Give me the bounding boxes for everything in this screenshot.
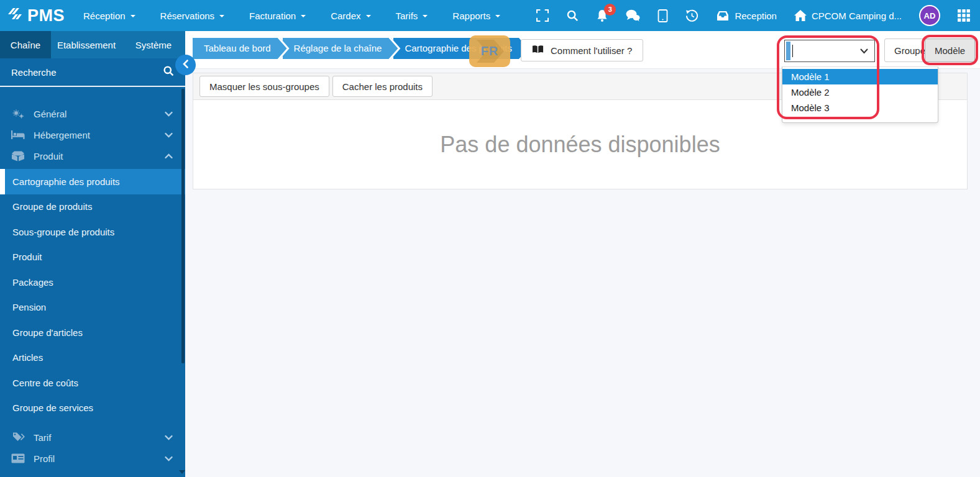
chevron-down-icon bbox=[423, 15, 428, 17]
pms-logo[interactable]: PMS bbox=[0, 6, 75, 25]
how-to-use-button[interactable]: Comment l'utiliser ? bbox=[521, 39, 643, 61]
menu-facturation[interactable]: Facturation bbox=[249, 11, 306, 21]
menu-rapports[interactable]: Rapports bbox=[452, 11, 500, 21]
sidebar-item-pension[interactable]: Pension bbox=[0, 295, 185, 320]
sidebar-group-label: Hébergement bbox=[34, 130, 90, 140]
menu-tarifs[interactable]: Tarifs bbox=[396, 11, 428, 21]
scrollbar-down-arrow[interactable] bbox=[179, 470, 185, 474]
sidebar-bottom-groups: Tarif Profil bbox=[0, 427, 185, 477]
search-icon[interactable] bbox=[163, 65, 174, 79]
notifications-button[interactable]: 3 bbox=[587, 9, 617, 22]
history-icon bbox=[685, 9, 698, 22]
search-icon bbox=[566, 9, 579, 22]
sidebar-item-articles[interactable]: Articles bbox=[0, 345, 185, 371]
sidebar-item-produit[interactable]: Produit bbox=[0, 245, 185, 270]
search-button[interactable] bbox=[557, 9, 587, 22]
select-focus-strip bbox=[786, 42, 790, 60]
menu-reception[interactable]: Réception bbox=[83, 11, 135, 21]
sidebar-item-cartographie-des-produits[interactable]: Cartographie des produits bbox=[0, 169, 185, 194]
tags-icon bbox=[11, 432, 26, 443]
property-selector[interactable]: CPCOM Camping d... bbox=[785, 10, 910, 21]
sidebar-scrollbar[interactable] bbox=[181, 89, 185, 363]
main-content: Tableau de bord Réglage de la chaîne Car… bbox=[185, 31, 980, 477]
language-badge[interactable]: FR bbox=[469, 35, 510, 67]
sidebar-group-tarif[interactable]: Tarif bbox=[0, 427, 185, 448]
option-modele-2[interactable]: Modèle 2 bbox=[782, 84, 938, 100]
mobile-device-button[interactable] bbox=[649, 9, 677, 22]
sidebar-group-label: Tarif bbox=[34, 432, 51, 443]
navbar-actions: 3 Reception CPCOM Camping d... AD bbox=[528, 5, 980, 26]
property-label: CPCOM Camping d... bbox=[812, 11, 902, 21]
chevron-left-icon bbox=[183, 60, 188, 71]
search-input[interactable] bbox=[11, 67, 163, 78]
chevron-down-icon bbox=[165, 111, 173, 117]
chevron-down-icon bbox=[219, 15, 224, 17]
sidebar-item-groupe-d-articles[interactable]: Groupe d'articles bbox=[0, 320, 185, 345]
sidebar-item-packages[interactable]: Packages bbox=[0, 270, 185, 295]
model-select-dropdown: Modèle 1 Modèle 2 Modèle 3 bbox=[782, 66, 938, 123]
apps-grid-icon bbox=[958, 9, 970, 22]
sidebar-collapse-button[interactable] bbox=[175, 55, 196, 75]
settings-sidebar: Chaîne Etablissement Système Général Héb… bbox=[0, 31, 185, 477]
sidebar-group-produit[interactable]: Produit bbox=[0, 145, 185, 166]
sidebar-group-profil[interactable]: Profil bbox=[0, 448, 185, 469]
produit-submenu: Cartographie des produits Groupe de prod… bbox=[0, 169, 185, 420]
chevron-down-icon bbox=[301, 15, 306, 17]
chevron-down-icon bbox=[366, 15, 371, 17]
chevron-down-icon bbox=[165, 435, 173, 440]
fullscreen-button[interactable] bbox=[528, 9, 557, 22]
option-modele-1[interactable]: Modèle 1 bbox=[782, 69, 938, 84]
tablet-icon bbox=[657, 9, 668, 22]
sidebar-menu: Général Hébergement Produit Cartographie… bbox=[0, 87, 185, 477]
tab-chaine[interactable]: Chaîne bbox=[0, 31, 51, 58]
apps-launcher-button[interactable] bbox=[949, 9, 980, 22]
option-modele-3[interactable]: Modèle 3 bbox=[782, 100, 938, 116]
gears-icon bbox=[11, 108, 26, 119]
user-menu[interactable]: AD bbox=[910, 5, 949, 26]
sidebar-search bbox=[0, 58, 185, 87]
menu-reservations[interactable]: Réservations bbox=[160, 11, 225, 21]
menu-cardex[interactable]: Cardex bbox=[331, 11, 370, 21]
chevron-down-icon bbox=[860, 48, 868, 54]
sidebar-item-centre-de-couts[interactable]: Centre de coûts bbox=[0, 370, 185, 396]
product-box-icon bbox=[11, 151, 26, 161]
brand-name: PMS bbox=[27, 6, 65, 25]
sidebar-item-groupe-de-services[interactable]: Groupe de services bbox=[0, 396, 185, 421]
hide-subgroups-button[interactable]: Masquer les sous-groupes bbox=[199, 76, 329, 97]
sidebar-group-label: Produit bbox=[34, 151, 63, 161]
reception-label: Reception bbox=[735, 11, 777, 21]
main-menu: Réception Réservations Facturation Carde… bbox=[83, 11, 500, 21]
id-card-icon bbox=[11, 453, 26, 463]
hide-products-button[interactable]: Cacher les produits bbox=[332, 76, 433, 97]
bed-icon bbox=[11, 130, 26, 140]
inbox-icon bbox=[716, 11, 730, 21]
tab-etablissement[interactable]: Etablissement bbox=[51, 31, 122, 58]
sidebar-group-label: Général bbox=[34, 109, 66, 119]
chevron-up-icon bbox=[165, 153, 173, 159]
reception-shortcut[interactable]: Reception bbox=[707, 11, 785, 21]
sidebar-tabs: Chaîne Etablissement Système bbox=[0, 31, 185, 58]
sidebar-item-sous-groupe-de-produits[interactable]: Sous-groupe de produits bbox=[0, 219, 185, 245]
breadcrumb-tableau-de-bord[interactable]: Tableau de bord bbox=[193, 38, 287, 59]
chevron-down-icon bbox=[165, 132, 173, 138]
model-select[interactable] bbox=[784, 40, 875, 62]
sidebar-group-general[interactable]: Général bbox=[0, 103, 185, 124]
pms-logo-icon bbox=[8, 7, 24, 24]
sidebar-item-groupe-de-produits[interactable]: Groupe de produits bbox=[0, 194, 185, 220]
sidebar-group-hebergement[interactable]: Hébergement bbox=[0, 124, 185, 145]
tab-systeme[interactable]: Système bbox=[122, 31, 185, 58]
sidebar-group-clipped bbox=[0, 469, 185, 477]
messages-button[interactable] bbox=[617, 9, 649, 22]
avatar: AD bbox=[919, 5, 940, 26]
how-to-use-label: Comment l'utiliser ? bbox=[551, 45, 632, 56]
history-button[interactable] bbox=[677, 9, 707, 22]
empty-state-message: Pas de données disponibles bbox=[440, 132, 720, 158]
notification-count-badge: 3 bbox=[604, 4, 616, 16]
breadcrumb-reglage-de-la-chaine[interactable]: Réglage de la chaîne bbox=[280, 38, 398, 59]
book-icon bbox=[532, 45, 544, 56]
home-icon bbox=[794, 10, 807, 21]
modele-button[interactable]: Modèle bbox=[925, 39, 975, 62]
fullscreen-icon bbox=[536, 9, 549, 22]
chevron-down-icon bbox=[165, 456, 173, 461]
sidebar-group-label: Profil bbox=[34, 453, 55, 464]
